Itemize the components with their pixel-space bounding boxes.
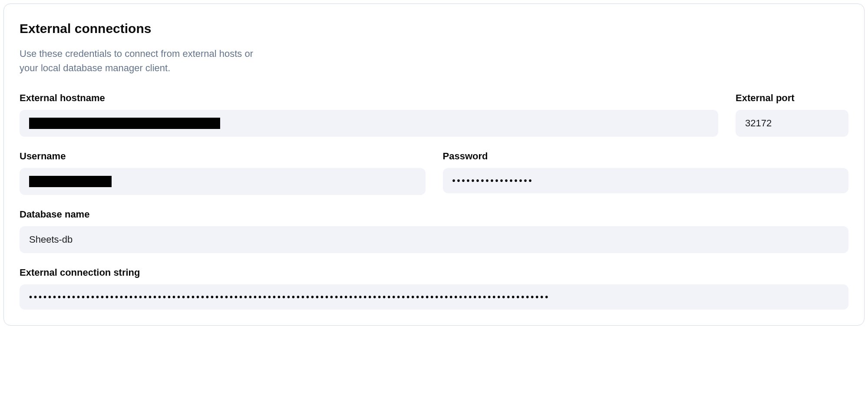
- redacted-username: [29, 176, 112, 187]
- panel-title: External connections: [20, 21, 848, 36]
- password-masked: •••••••••••••••••: [452, 176, 534, 185]
- field-password: Password •••••••••••••••••: [443, 151, 849, 195]
- connection-string-masked: ••••••••••••••••••••••••••••••••••••••••…: [29, 293, 550, 301]
- external-connections-panel: External connections Use these credentia…: [3, 3, 865, 326]
- label-external-hostname: External hostname: [20, 92, 718, 104]
- redacted-hostname: [29, 118, 220, 129]
- row-connection-string: External connection string •••••••••••••…: [20, 267, 848, 310]
- value-external-port[interactable]: 32172: [736, 110, 848, 137]
- field-external-port: External port 32172: [736, 92, 848, 137]
- field-connection-string: External connection string •••••••••••••…: [20, 267, 848, 310]
- value-connection-string[interactable]: ••••••••••••••••••••••••••••••••••••••••…: [20, 284, 848, 310]
- value-external-hostname[interactable]: [20, 110, 718, 137]
- label-username: Username: [20, 151, 426, 162]
- value-database-name[interactable]: Sheets-db: [20, 226, 848, 253]
- field-username: Username: [20, 151, 426, 195]
- label-external-port: External port: [736, 92, 848, 104]
- field-external-hostname: External hostname: [20, 92, 718, 137]
- value-password[interactable]: •••••••••••••••••: [443, 168, 849, 193]
- row-username-password: Username Password •••••••••••••••••: [20, 151, 848, 195]
- label-connection-string: External connection string: [20, 267, 848, 278]
- value-username[interactable]: [20, 168, 426, 195]
- row-database-name: Database name Sheets-db: [20, 209, 848, 253]
- row-hostname-port: External hostname External port 32172: [20, 92, 848, 137]
- panel-description: Use these credentials to connect from ex…: [20, 46, 263, 75]
- fields-container: External hostname External port 32172 Us…: [20, 92, 848, 310]
- field-database-name: Database name Sheets-db: [20, 209, 848, 253]
- label-password: Password: [443, 151, 849, 162]
- label-database-name: Database name: [20, 209, 848, 220]
